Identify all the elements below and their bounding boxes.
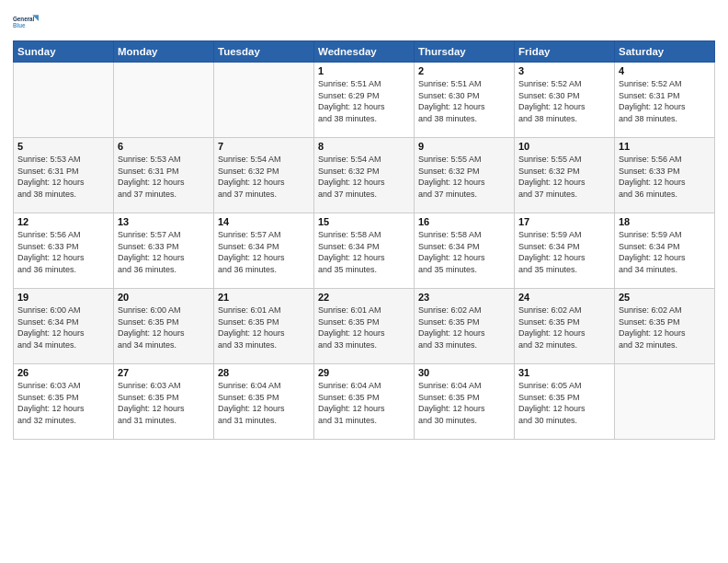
calendar-cell: 15Sunrise: 5:58 AMSunset: 6:34 PMDayligh… (314, 213, 415, 289)
day-info: Sunrise: 6:03 AMSunset: 6:35 PMDaylight:… (118, 380, 210, 426)
calendar-cell: 30Sunrise: 6:04 AMSunset: 6:35 PMDayligh… (415, 364, 515, 440)
calendar-cell (615, 364, 715, 440)
calendar-cell: 13Sunrise: 5:57 AMSunset: 6:33 PMDayligh… (114, 213, 214, 289)
logo-icon: GeneralBlue (13, 9, 39, 35)
day-number: 19 (17, 292, 109, 303)
day-info: Sunrise: 5:57 AMSunset: 6:34 PMDaylight:… (218, 229, 310, 275)
day-info: Sunrise: 5:58 AMSunset: 6:34 PMDaylight:… (418, 229, 510, 275)
day-number: 21 (218, 292, 310, 303)
day-info: Sunrise: 6:02 AMSunset: 6:35 PMDaylight:… (619, 304, 711, 350)
day-info: Sunrise: 5:54 AMSunset: 6:32 PMDaylight:… (218, 154, 310, 200)
calendar-cell: 24Sunrise: 6:02 AMSunset: 6:35 PMDayligh… (515, 289, 615, 364)
weekday-monday: Monday (114, 41, 214, 63)
day-number: 22 (318, 292, 410, 303)
weekday-friday: Friday (515, 41, 615, 63)
day-number: 27 (118, 367, 210, 378)
day-number: 12 (17, 216, 109, 227)
day-info: Sunrise: 5:55 AMSunset: 6:32 PMDaylight:… (418, 154, 510, 200)
day-info: Sunrise: 5:53 AMSunset: 6:31 PMDaylight:… (118, 154, 210, 200)
day-number: 5 (17, 141, 109, 152)
day-number: 23 (418, 292, 510, 303)
calendar-cell: 11Sunrise: 5:56 AMSunset: 6:33 PMDayligh… (615, 138, 715, 213)
day-info: Sunrise: 6:02 AMSunset: 6:35 PMDaylight:… (418, 304, 510, 350)
day-info: Sunrise: 5:56 AMSunset: 6:33 PMDaylight:… (17, 229, 109, 275)
day-number: 1 (318, 65, 410, 76)
day-number: 20 (118, 292, 210, 303)
day-info: Sunrise: 5:58 AMSunset: 6:34 PMDaylight:… (318, 229, 410, 275)
calendar-cell: 9Sunrise: 5:55 AMSunset: 6:32 PMDaylight… (415, 138, 515, 213)
calendar-cell: 17Sunrise: 5:59 AMSunset: 6:34 PMDayligh… (515, 213, 615, 289)
day-number: 25 (619, 292, 711, 303)
day-number: 18 (619, 216, 711, 227)
day-number: 2 (418, 65, 510, 76)
day-info: Sunrise: 5:51 AMSunset: 6:29 PMDaylight:… (318, 78, 410, 124)
day-info: Sunrise: 5:52 AMSunset: 6:30 PMDaylight:… (518, 78, 610, 124)
day-number: 8 (318, 141, 410, 152)
day-number: 9 (418, 141, 510, 152)
calendar-cell: 16Sunrise: 5:58 AMSunset: 6:34 PMDayligh… (415, 213, 515, 289)
day-number: 11 (619, 141, 711, 152)
weekday-sunday: Sunday (14, 41, 114, 63)
calendar-cell: 21Sunrise: 6:01 AMSunset: 6:35 PMDayligh… (214, 289, 314, 364)
day-number: 31 (518, 367, 610, 378)
weekday-tuesday: Tuesday (214, 41, 314, 63)
day-number: 30 (418, 367, 510, 378)
day-info: Sunrise: 5:57 AMSunset: 6:33 PMDaylight:… (118, 229, 210, 275)
day-info: Sunrise: 6:04 AMSunset: 6:35 PMDaylight:… (218, 380, 310, 426)
calendar-cell (214, 63, 314, 138)
weekday-header-row: SundayMondayTuesdayWednesdayThursdayFrid… (14, 41, 715, 63)
day-number: 14 (218, 216, 310, 227)
day-info: Sunrise: 6:04 AMSunset: 6:35 PMDaylight:… (318, 380, 410, 426)
calendar-week-5: 26Sunrise: 6:03 AMSunset: 6:35 PMDayligh… (14, 364, 715, 440)
day-number: 29 (318, 367, 410, 378)
day-info: Sunrise: 6:02 AMSunset: 6:35 PMDaylight:… (518, 304, 610, 350)
day-number: 17 (518, 216, 610, 227)
calendar-cell: 19Sunrise: 6:00 AMSunset: 6:34 PMDayligh… (14, 289, 114, 364)
calendar-cell: 2Sunrise: 5:51 AMSunset: 6:30 PMDaylight… (415, 63, 515, 138)
day-info: Sunrise: 6:00 AMSunset: 6:35 PMDaylight:… (118, 304, 210, 350)
calendar-week-4: 19Sunrise: 6:00 AMSunset: 6:34 PMDayligh… (14, 289, 715, 364)
calendar-cell: 25Sunrise: 6:02 AMSunset: 6:35 PMDayligh… (615, 289, 715, 364)
day-info: Sunrise: 6:01 AMSunset: 6:35 PMDaylight:… (318, 304, 410, 350)
day-info: Sunrise: 5:59 AMSunset: 6:34 PMDaylight:… (518, 229, 610, 275)
day-number: 6 (118, 141, 210, 152)
calendar-cell: 4Sunrise: 5:52 AMSunset: 6:31 PMDaylight… (615, 63, 715, 138)
calendar-cell: 1Sunrise: 5:51 AMSunset: 6:29 PMDaylight… (314, 63, 415, 138)
calendar-cell: 6Sunrise: 5:53 AMSunset: 6:31 PMDaylight… (114, 138, 214, 213)
calendar-cell: 20Sunrise: 6:00 AMSunset: 6:35 PMDayligh… (114, 289, 214, 364)
calendar-cell: 3Sunrise: 5:52 AMSunset: 6:30 PMDaylight… (515, 63, 615, 138)
calendar-cell: 18Sunrise: 5:59 AMSunset: 6:34 PMDayligh… (615, 213, 715, 289)
calendar-cell: 8Sunrise: 5:54 AMSunset: 6:32 PMDaylight… (314, 138, 415, 213)
day-info: Sunrise: 6:00 AMSunset: 6:34 PMDaylight:… (17, 304, 109, 350)
calendar-cell: 7Sunrise: 5:54 AMSunset: 6:32 PMDaylight… (214, 138, 314, 213)
header: GeneralBlue (13, 9, 715, 35)
day-info: Sunrise: 5:54 AMSunset: 6:32 PMDaylight:… (318, 154, 410, 200)
day-info: Sunrise: 5:52 AMSunset: 6:31 PMDaylight:… (619, 78, 711, 124)
weekday-thursday: Thursday (415, 41, 515, 63)
weekday-saturday: Saturday (615, 41, 715, 63)
day-number: 13 (118, 216, 210, 227)
calendar-week-2: 5Sunrise: 5:53 AMSunset: 6:31 PMDaylight… (14, 138, 715, 213)
calendar-cell: 14Sunrise: 5:57 AMSunset: 6:34 PMDayligh… (214, 213, 314, 289)
day-number: 7 (218, 141, 310, 152)
day-info: Sunrise: 6:03 AMSunset: 6:35 PMDaylight:… (17, 380, 109, 426)
day-info: Sunrise: 6:05 AMSunset: 6:35 PMDaylight:… (518, 380, 610, 426)
day-number: 16 (418, 216, 510, 227)
calendar-cell: 23Sunrise: 6:02 AMSunset: 6:35 PMDayligh… (415, 289, 515, 364)
day-info: Sunrise: 6:04 AMSunset: 6:35 PMDaylight:… (418, 380, 510, 426)
calendar-cell: 10Sunrise: 5:55 AMSunset: 6:32 PMDayligh… (515, 138, 615, 213)
day-number: 3 (518, 65, 610, 76)
logo: GeneralBlue (13, 9, 39, 35)
day-info: Sunrise: 5:59 AMSunset: 6:34 PMDaylight:… (619, 229, 711, 275)
calendar-cell: 27Sunrise: 6:03 AMSunset: 6:35 PMDayligh… (114, 364, 214, 440)
calendar-week-3: 12Sunrise: 5:56 AMSunset: 6:33 PMDayligh… (14, 213, 715, 289)
day-number: 15 (318, 216, 410, 227)
calendar-cell (114, 63, 214, 138)
day-info: Sunrise: 5:53 AMSunset: 6:31 PMDaylight:… (17, 154, 109, 200)
calendar-week-1: 1Sunrise: 5:51 AMSunset: 6:29 PMDaylight… (14, 63, 715, 138)
day-number: 24 (518, 292, 610, 303)
day-info: Sunrise: 5:55 AMSunset: 6:32 PMDaylight:… (518, 154, 610, 200)
svg-text:Blue: Blue (13, 22, 26, 29)
calendar-cell: 29Sunrise: 6:04 AMSunset: 6:35 PMDayligh… (314, 364, 415, 440)
day-number: 4 (619, 65, 711, 76)
